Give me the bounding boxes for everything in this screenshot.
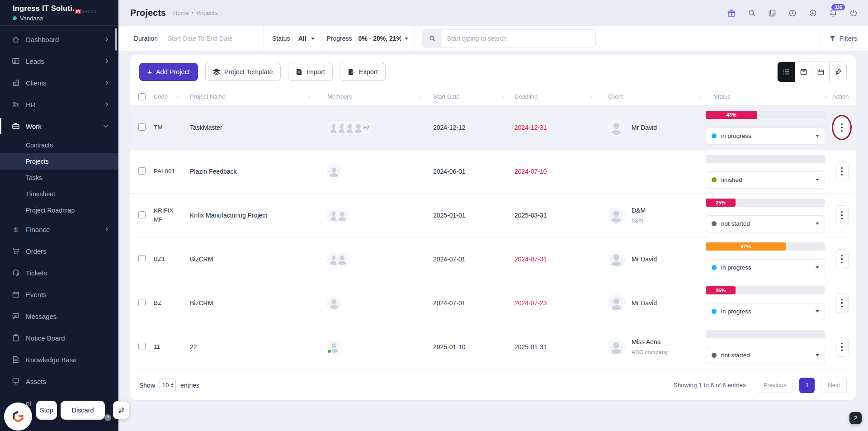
sidebar-item-work[interactable]: Work [0, 115, 118, 137]
kanban-view-button[interactable] [795, 62, 812, 82]
status-dropdown[interactable]: in progress [706, 259, 825, 276]
select-all-checkbox[interactable] [138, 93, 146, 100]
row-actions-button[interactable] [835, 205, 849, 225]
sidebar-subitem-project-roadmap[interactable]: Project Roadmap [0, 202, 118, 218]
row-actions-button[interactable] [835, 161, 849, 181]
row-actions-button[interactable] [835, 337, 849, 357]
sidebar-item-finance[interactable]: $ Finance [0, 218, 118, 240]
progress-filter[interactable]: Progress 0% - 20%, 21% [322, 26, 415, 51]
project-name-link[interactable]: Krifix Manufacturing Project [184, 212, 316, 219]
sidebar-item-knowledge-base[interactable]: Knowledge Base [0, 349, 118, 370]
status-dropdown[interactable]: not started [706, 347, 825, 364]
user-name: Vandana [20, 15, 43, 22]
search-input[interactable] [442, 35, 595, 42]
next-page-button[interactable]: Next [821, 378, 847, 393]
notification-count-floating-badge[interactable]: 2 [849, 412, 862, 424]
project-name-link[interactable]: BizCRM [184, 256, 316, 263]
sidebar-subitem-contracts[interactable]: Contracts [0, 137, 118, 153]
row-actions-button[interactable] [835, 249, 849, 269]
row-checkbox[interactable] [138, 211, 146, 218]
status-dropdown[interactable]: in progress [706, 128, 825, 145]
notes-icon[interactable] [768, 9, 777, 18]
project-template-button[interactable]: Project Template [205, 63, 281, 81]
client-avatar [608, 339, 624, 355]
gift-icon[interactable] [727, 9, 736, 18]
sidebar-item-dashboard[interactable]: Dashboard [0, 28, 118, 50]
clock-icon[interactable] [788, 9, 797, 18]
row-actions-button[interactable] [835, 118, 849, 137]
status-dot [712, 221, 717, 226]
sidebar-item-events[interactable]: Events [0, 284, 118, 305]
sidebar-scrollbar[interactable] [115, 28, 117, 51]
chevron-right-icon [105, 37, 108, 42]
pin-view-button[interactable] [829, 62, 846, 82]
breadcrumb-home[interactable]: Home [173, 9, 189, 16]
sidebar-item-hr[interactable]: HR [0, 94, 118, 115]
compare-button[interactable] [113, 401, 129, 419]
avatar [335, 252, 349, 266]
sort-code[interactable] [176, 94, 179, 99]
cell-start-date: 2024-06-01 [428, 168, 509, 175]
sort-members[interactable] [420, 94, 422, 99]
sort-status[interactable] [824, 94, 827, 99]
cell-code: PAL001 [149, 167, 184, 176]
extra-members-badge[interactable]: +2 [361, 122, 372, 133]
help-badge[interactable]: ? [104, 414, 111, 421]
sidebar-item-notice-board[interactable]: Notice Board [0, 327, 118, 349]
export-button[interactable]: Export [340, 63, 386, 81]
cell-client: D&Md&m [597, 207, 706, 224]
notifications-bell-icon[interactable]: 335 [829, 9, 838, 18]
ingress-logo: INGRESS [75, 9, 97, 14]
project-name-link[interactable]: TaskMaster [184, 124, 316, 131]
sort-client[interactable] [698, 94, 700, 99]
row-checkbox[interactable] [138, 255, 146, 262]
status-filter[interactable]: Status All [264, 26, 322, 51]
page-1-button[interactable]: 1 [799, 378, 815, 393]
sidebar-subitem-tasks[interactable]: Tasks [0, 170, 118, 186]
project-name-link[interactable]: 22 [184, 343, 316, 350]
sidebar-subitem-projects[interactable]: Projects [0, 153, 118, 170]
power-icon[interactable] [849, 9, 858, 18]
project-name-link[interactable]: Plazin Feedback [184, 168, 316, 175]
row-checkbox[interactable] [138, 167, 146, 175]
row-actions-button[interactable] [835, 293, 849, 313]
cell-status: 43% in progress [706, 111, 832, 145]
status-dropdown[interactable]: in progress [706, 303, 825, 320]
project-name-link[interactable]: BizCRM [184, 299, 316, 307]
assistant-logo-button[interactable] [4, 403, 32, 431]
duration-input[interactable] [168, 35, 254, 42]
row-checkbox[interactable] [138, 299, 146, 306]
sort-project-name[interactable] [307, 94, 310, 99]
filters-button[interactable]: Filters [820, 26, 868, 51]
cell-code: BZ [149, 298, 184, 308]
caret-down-icon [816, 266, 819, 269]
previous-page-button[interactable]: Previous [757, 378, 793, 393]
calendar-view-button[interactable] [812, 62, 829, 82]
progress-bar: 25% [706, 199, 825, 207]
sidebar-item-tickets[interactable]: Tickets [0, 262, 118, 284]
sort-deadline[interactable] [589, 94, 592, 99]
sidebar-item-clients[interactable]: Clients [0, 72, 118, 94]
search-icon[interactable] [747, 9, 756, 18]
entries-per-page-spinner[interactable]: 10 [160, 379, 176, 392]
sidebar-subitem-timesheet[interactable]: Timesheet [0, 186, 118, 202]
row-checkbox[interactable] [138, 343, 146, 350]
add-icon[interactable] [808, 9, 817, 18]
sidebar-item-orders[interactable]: Orders [0, 240, 118, 262]
list-view-button[interactable] [778, 62, 795, 82]
cell-status: 67% in progress [706, 242, 832, 276]
building-icon [12, 79, 20, 87]
discard-button[interactable]: Discard [61, 401, 105, 420]
status-dropdown[interactable]: finished [706, 171, 825, 189]
add-project-button[interactable]: + Add Project [139, 63, 198, 81]
status-dropdown[interactable]: not started [706, 215, 825, 232]
sort-start-date[interactable] [501, 94, 504, 99]
sidebar-item-assets[interactable]: Assets [0, 370, 118, 392]
sidebar-item-messages[interactable]: Messages [0, 305, 118, 327]
stop-button[interactable]: Stop [36, 401, 57, 420]
cell-deadline: 2024-07-23 [509, 299, 597, 307]
sidebar-item-leads[interactable]: Leads [0, 50, 118, 72]
row-checkbox[interactable] [138, 123, 146, 131]
caret-down-icon [816, 179, 819, 181]
import-button[interactable]: Import [288, 63, 333, 81]
